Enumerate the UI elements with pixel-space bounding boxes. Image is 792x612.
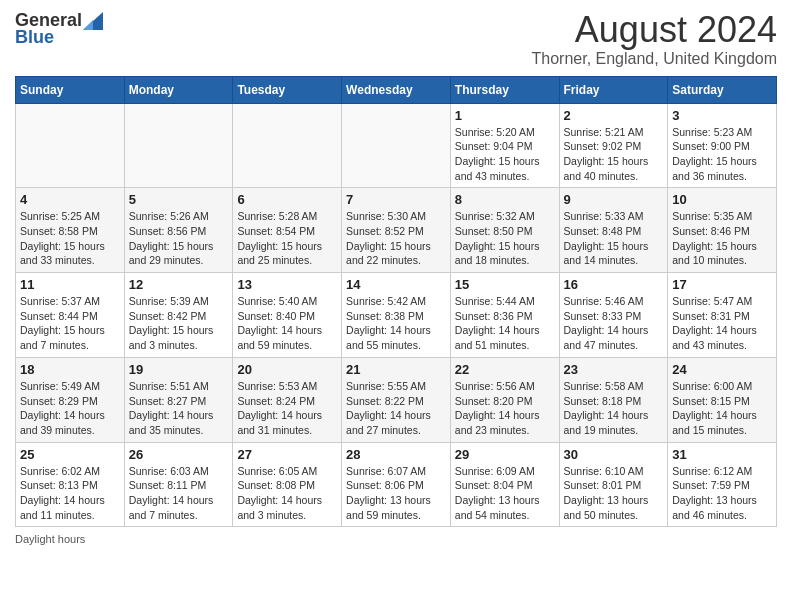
day-number: 2 [564, 108, 664, 123]
day-number: 28 [346, 447, 446, 462]
calendar-cell: 29Sunrise: 6:09 AMSunset: 8:04 PMDayligh… [450, 442, 559, 527]
calendar-cell [16, 103, 125, 188]
calendar-cell: 24Sunrise: 6:00 AMSunset: 8:15 PMDayligh… [668, 357, 777, 442]
day-number: 5 [129, 192, 229, 207]
weekday-header-saturday: Saturday [668, 76, 777, 103]
day-info: Sunrise: 5:51 AMSunset: 8:27 PMDaylight:… [129, 379, 229, 438]
calendar-cell: 2Sunrise: 5:21 AMSunset: 9:02 PMDaylight… [559, 103, 668, 188]
page-subtitle: Thorner, England, United Kingdom [532, 50, 777, 68]
calendar-cell: 11Sunrise: 5:37 AMSunset: 8:44 PMDayligh… [16, 273, 125, 358]
day-number: 3 [672, 108, 772, 123]
day-info: Sunrise: 6:00 AMSunset: 8:15 PMDaylight:… [672, 379, 772, 438]
calendar-cell: 8Sunrise: 5:32 AMSunset: 8:50 PMDaylight… [450, 188, 559, 273]
day-info: Sunrise: 5:40 AMSunset: 8:40 PMDaylight:… [237, 294, 337, 353]
day-info: Sunrise: 5:42 AMSunset: 8:38 PMDaylight:… [346, 294, 446, 353]
day-info: Sunrise: 5:58 AMSunset: 8:18 PMDaylight:… [564, 379, 664, 438]
logo: General Blue [15, 10, 103, 48]
svg-marker-1 [83, 20, 93, 30]
weekday-header-tuesday: Tuesday [233, 76, 342, 103]
day-number: 21 [346, 362, 446, 377]
day-number: 27 [237, 447, 337, 462]
calendar-cell [124, 103, 233, 188]
day-number: 26 [129, 447, 229, 462]
day-info: Sunrise: 6:03 AMSunset: 8:11 PMDaylight:… [129, 464, 229, 523]
day-info: Sunrise: 6:10 AMSunset: 8:01 PMDaylight:… [564, 464, 664, 523]
calendar-cell: 17Sunrise: 5:47 AMSunset: 8:31 PMDayligh… [668, 273, 777, 358]
weekday-header-sunday: Sunday [16, 76, 125, 103]
day-number: 19 [129, 362, 229, 377]
day-info: Sunrise: 6:02 AMSunset: 8:13 PMDaylight:… [20, 464, 120, 523]
day-number: 15 [455, 277, 555, 292]
weekday-header-monday: Monday [124, 76, 233, 103]
day-info: Sunrise: 5:44 AMSunset: 8:36 PMDaylight:… [455, 294, 555, 353]
calendar-cell: 31Sunrise: 6:12 AMSunset: 7:59 PMDayligh… [668, 442, 777, 527]
day-number: 23 [564, 362, 664, 377]
day-info: Sunrise: 6:07 AMSunset: 8:06 PMDaylight:… [346, 464, 446, 523]
calendar-week-row: 25Sunrise: 6:02 AMSunset: 8:13 PMDayligh… [16, 442, 777, 527]
day-info: Sunrise: 6:09 AMSunset: 8:04 PMDaylight:… [455, 464, 555, 523]
day-info: Sunrise: 5:26 AMSunset: 8:56 PMDaylight:… [129, 209, 229, 268]
day-number: 29 [455, 447, 555, 462]
calendar-week-row: 4Sunrise: 5:25 AMSunset: 8:58 PMDaylight… [16, 188, 777, 273]
title-area: August 2024 Thorner, England, United Kin… [532, 10, 777, 68]
calendar-cell: 12Sunrise: 5:39 AMSunset: 8:42 PMDayligh… [124, 273, 233, 358]
day-number: 14 [346, 277, 446, 292]
day-info: Sunrise: 5:46 AMSunset: 8:33 PMDaylight:… [564, 294, 664, 353]
calendar-cell: 3Sunrise: 5:23 AMSunset: 9:00 PMDaylight… [668, 103, 777, 188]
calendar-cell: 28Sunrise: 6:07 AMSunset: 8:06 PMDayligh… [342, 442, 451, 527]
calendar-week-row: 11Sunrise: 5:37 AMSunset: 8:44 PMDayligh… [16, 273, 777, 358]
day-info: Sunrise: 5:56 AMSunset: 8:20 PMDaylight:… [455, 379, 555, 438]
day-number: 10 [672, 192, 772, 207]
calendar-cell: 23Sunrise: 5:58 AMSunset: 8:18 PMDayligh… [559, 357, 668, 442]
day-info: Sunrise: 5:47 AMSunset: 8:31 PMDaylight:… [672, 294, 772, 353]
calendar-cell: 19Sunrise: 5:51 AMSunset: 8:27 PMDayligh… [124, 357, 233, 442]
day-number: 6 [237, 192, 337, 207]
calendar-cell: 14Sunrise: 5:42 AMSunset: 8:38 PMDayligh… [342, 273, 451, 358]
daylight-hours-label: Daylight hours [15, 533, 85, 545]
day-number: 8 [455, 192, 555, 207]
logo-blue-text: Blue [15, 27, 54, 48]
day-info: Sunrise: 5:53 AMSunset: 8:24 PMDaylight:… [237, 379, 337, 438]
day-info: Sunrise: 6:12 AMSunset: 7:59 PMDaylight:… [672, 464, 772, 523]
logo-icon [83, 12, 103, 30]
day-number: 31 [672, 447, 772, 462]
calendar-cell: 7Sunrise: 5:30 AMSunset: 8:52 PMDaylight… [342, 188, 451, 273]
day-info: Sunrise: 5:55 AMSunset: 8:22 PMDaylight:… [346, 379, 446, 438]
day-info: Sunrise: 5:28 AMSunset: 8:54 PMDaylight:… [237, 209, 337, 268]
day-info: Sunrise: 5:35 AMSunset: 8:46 PMDaylight:… [672, 209, 772, 268]
calendar-week-row: 18Sunrise: 5:49 AMSunset: 8:29 PMDayligh… [16, 357, 777, 442]
day-info: Sunrise: 6:05 AMSunset: 8:08 PMDaylight:… [237, 464, 337, 523]
day-number: 9 [564, 192, 664, 207]
day-info: Sunrise: 5:39 AMSunset: 8:42 PMDaylight:… [129, 294, 229, 353]
weekday-header-wednesday: Wednesday [342, 76, 451, 103]
calendar-cell: 1Sunrise: 5:20 AMSunset: 9:04 PMDaylight… [450, 103, 559, 188]
calendar-cell: 9Sunrise: 5:33 AMSunset: 8:48 PMDaylight… [559, 188, 668, 273]
day-number: 24 [672, 362, 772, 377]
calendar-table: SundayMondayTuesdayWednesdayThursdayFrid… [15, 76, 777, 528]
calendar-cell: 22Sunrise: 5:56 AMSunset: 8:20 PMDayligh… [450, 357, 559, 442]
day-info: Sunrise: 5:49 AMSunset: 8:29 PMDaylight:… [20, 379, 120, 438]
calendar-cell: 16Sunrise: 5:46 AMSunset: 8:33 PMDayligh… [559, 273, 668, 358]
day-number: 4 [20, 192, 120, 207]
weekday-header-friday: Friday [559, 76, 668, 103]
weekday-header-thursday: Thursday [450, 76, 559, 103]
day-info: Sunrise: 5:23 AMSunset: 9:00 PMDaylight:… [672, 125, 772, 184]
day-number: 18 [20, 362, 120, 377]
calendar-cell [233, 103, 342, 188]
day-number: 17 [672, 277, 772, 292]
day-number: 22 [455, 362, 555, 377]
day-info: Sunrise: 5:37 AMSunset: 8:44 PMDaylight:… [20, 294, 120, 353]
day-info: Sunrise: 5:33 AMSunset: 8:48 PMDaylight:… [564, 209, 664, 268]
calendar-cell: 10Sunrise: 5:35 AMSunset: 8:46 PMDayligh… [668, 188, 777, 273]
day-number: 20 [237, 362, 337, 377]
day-number: 1 [455, 108, 555, 123]
day-info: Sunrise: 5:20 AMSunset: 9:04 PMDaylight:… [455, 125, 555, 184]
weekday-header-row: SundayMondayTuesdayWednesdayThursdayFrid… [16, 76, 777, 103]
day-number: 7 [346, 192, 446, 207]
calendar-week-row: 1Sunrise: 5:20 AMSunset: 9:04 PMDaylight… [16, 103, 777, 188]
footer: Daylight hours [15, 533, 777, 545]
day-number: 13 [237, 277, 337, 292]
day-number: 30 [564, 447, 664, 462]
calendar-cell: 5Sunrise: 5:26 AMSunset: 8:56 PMDaylight… [124, 188, 233, 273]
calendar-cell: 21Sunrise: 5:55 AMSunset: 8:22 PMDayligh… [342, 357, 451, 442]
